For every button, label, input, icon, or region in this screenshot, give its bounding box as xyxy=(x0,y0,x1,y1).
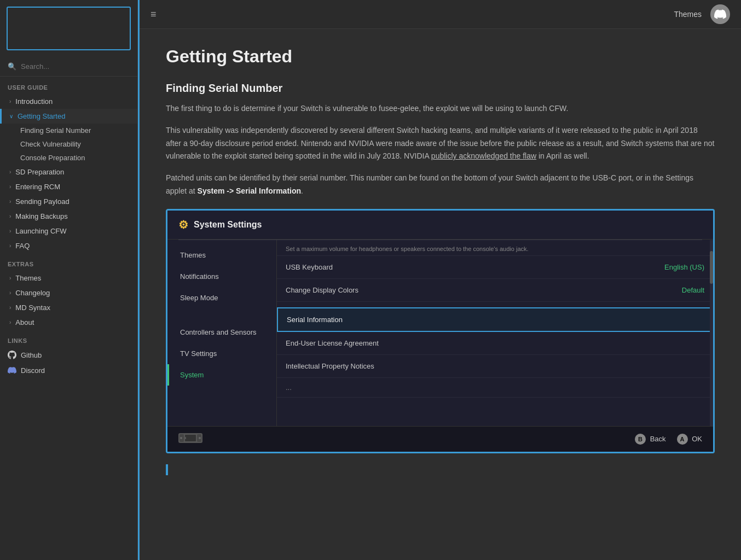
gear-icon: ⚙ xyxy=(178,218,188,231)
sidebar-item-faq[interactable]: › FAQ xyxy=(0,238,137,253)
chevron-right-icon: › xyxy=(9,319,11,325)
switch-item-label: Change Display Colors xyxy=(286,286,358,294)
userguide-section-title: USER GUIDE xyxy=(0,77,137,94)
switch-item-label: End-User License Agreement xyxy=(286,339,379,347)
page-title: Getting Started xyxy=(166,46,715,67)
chevron-right-icon: › xyxy=(9,290,11,296)
sidebar-item-label: MD Syntax xyxy=(15,304,50,312)
spacer xyxy=(277,302,713,307)
back-label: Back xyxy=(650,435,666,443)
sidebar-item-label: Entering RCM xyxy=(15,183,60,191)
sidebar-item-label: Themes xyxy=(15,274,41,282)
discord-icon xyxy=(8,366,16,375)
chevron-right-icon: › xyxy=(9,275,11,281)
sidebar-item-label: About xyxy=(15,318,34,326)
switch-menu-themes[interactable]: Themes xyxy=(167,244,276,266)
switch-right-content: Set a maximum volume for headphones or s… xyxy=(277,240,713,426)
chevron-right-icon: › xyxy=(9,213,11,219)
sidebar-item-entering-rcm[interactable]: › Entering RCM xyxy=(0,179,137,194)
sidebar-item-label: FAQ xyxy=(15,242,30,250)
chevron-right-icon: › xyxy=(9,243,11,249)
switch-item-ip-notices[interactable]: Intellectual Property Notices xyxy=(277,355,713,378)
switch-menu-controllers[interactable]: Controllers and Sensors xyxy=(167,322,276,343)
switch-item-value: English (US) xyxy=(664,263,704,271)
para2-end: in April as well. xyxy=(536,151,589,160)
sidebar-item-label: Changelog xyxy=(15,289,50,297)
chevron-right-icon: › xyxy=(9,98,11,104)
sidebar-link-github[interactable]: Github xyxy=(0,347,137,363)
chevron-down-icon: ∨ xyxy=(9,113,13,119)
switch-item-more: ... xyxy=(277,378,713,398)
switch-item-label: USB Keyboard xyxy=(286,263,333,271)
sidebar-item-label: Launching CFW xyxy=(15,227,66,235)
sidebar-item-label: Making Backups xyxy=(15,212,67,220)
switch-item-display-colors[interactable]: Change Display Colors Default xyxy=(277,279,713,302)
topbar-left: ≡ xyxy=(150,9,157,20)
switch-item-label: Intellectual Property Notices xyxy=(286,362,374,370)
chevron-right-icon: › xyxy=(9,305,11,311)
switch-screenshot: ⚙ System Settings Themes Notifications S… xyxy=(166,209,715,453)
search-box[interactable]: 🔍 xyxy=(0,57,137,77)
sidebar-item-about[interactable]: › About xyxy=(0,315,137,330)
sidebar-item-sd-prep[interactable]: › SD Preparation xyxy=(0,165,137,179)
svg-rect-7 xyxy=(184,437,186,439)
switch-menu-tv[interactable]: TV Settings xyxy=(167,343,276,364)
paragraph-1: The first thing to do is determine if yo… xyxy=(166,102,715,115)
switch-body: Themes Notifications Sleep Mode Controll… xyxy=(167,240,713,426)
switch-left-menu: Themes Notifications Sleep Mode Controll… xyxy=(167,240,277,426)
switch-item-value: Default xyxy=(682,286,704,294)
switch-item-eula[interactable]: End-User License Agreement xyxy=(277,332,713,355)
switch-menu-empty xyxy=(167,308,276,322)
sidebar-sub-finding-serial[interactable]: Finding Serial Number xyxy=(0,124,137,137)
discord-label: Discord xyxy=(21,366,45,375)
switch-item-serial-info[interactable]: Serial Information xyxy=(277,307,713,332)
switch-menu-system[interactable]: System xyxy=(167,364,276,386)
hamburger-button[interactable]: ≡ xyxy=(150,9,157,20)
sidebar-item-changelog[interactable]: › Changelog xyxy=(0,285,137,300)
github-icon xyxy=(8,351,16,359)
para3-bold: System -> Serial Information xyxy=(198,186,301,195)
switch-scrollbar[interactable] xyxy=(710,240,713,426)
switch-console-icon xyxy=(178,432,202,446)
sidebar-sub-check-vulnerability[interactable]: Check Vulnerability xyxy=(0,137,137,151)
sidebar-item-getting-started[interactable]: ∨ Getting Started xyxy=(0,109,137,124)
sidebar-item-themes[interactable]: › Themes xyxy=(0,271,137,285)
sidebar-item-launching-cfw[interactable]: › Launching CFW xyxy=(0,224,137,238)
sidebar-item-making-backups[interactable]: › Making Backups xyxy=(0,209,137,224)
ok-label: OK xyxy=(692,435,702,443)
switch-menu-sleep[interactable]: Sleep Mode xyxy=(167,287,276,308)
sidebar-item-sending-payload[interactable]: › Sending Payload xyxy=(0,194,137,209)
para3-end: . xyxy=(301,186,303,195)
switch-footer-buttons: B Back A OK xyxy=(635,434,702,445)
main-content: ≡ Themes Getting Started Finding Serial … xyxy=(140,0,741,560)
switch-item-usb-keyboard[interactable]: USB Keyboard English (US) xyxy=(277,256,713,279)
switch-header: ⚙ System Settings xyxy=(167,211,713,240)
sidebar-item-label: Sending Payload xyxy=(15,197,69,206)
a-button-icon: A xyxy=(677,434,688,445)
topbar-right: Themes xyxy=(674,4,730,24)
logo-box xyxy=(7,7,131,50)
switch-menu-notifications[interactable]: Notifications xyxy=(167,266,276,287)
svg-point-6 xyxy=(199,437,201,439)
switch-footer: B Back A OK xyxy=(167,426,713,452)
ok-button[interactable]: A OK xyxy=(677,434,702,445)
sidebar-item-label: Getting Started xyxy=(18,112,65,120)
chevron-right-icon: › xyxy=(9,184,11,190)
topbar-themes-link[interactable]: Themes xyxy=(674,10,702,19)
paragraph-2: This vulnerability was independently dis… xyxy=(166,124,715,163)
back-button[interactable]: B Back xyxy=(635,434,666,445)
second-screenshot-hint xyxy=(166,464,715,475)
acknowledged-link[interactable]: publicly acknowledged the flaw xyxy=(431,151,536,160)
b-button-icon: B xyxy=(635,434,646,445)
sidebar-sub-console-prep[interactable]: Console Preparation xyxy=(0,151,137,165)
discord-avatar[interactable] xyxy=(710,4,730,24)
search-input[interactable] xyxy=(21,62,130,71)
sidebar-item-md-syntax[interactable]: › MD Syntax xyxy=(0,300,137,315)
sidebar-item-introduction[interactable]: › Introduction xyxy=(0,94,137,109)
links-section-title: LINKS xyxy=(0,330,137,347)
sidebar-item-label: SD Preparation xyxy=(15,168,64,176)
sidebar-section-userguide: USER GUIDE › Introduction ∨ Getting Star… xyxy=(0,77,137,253)
sidebar-link-discord[interactable]: Discord xyxy=(0,363,137,378)
extras-section-title: EXTRAS xyxy=(0,253,137,271)
switch-inner: ⚙ System Settings Themes Notifications S… xyxy=(167,211,713,452)
